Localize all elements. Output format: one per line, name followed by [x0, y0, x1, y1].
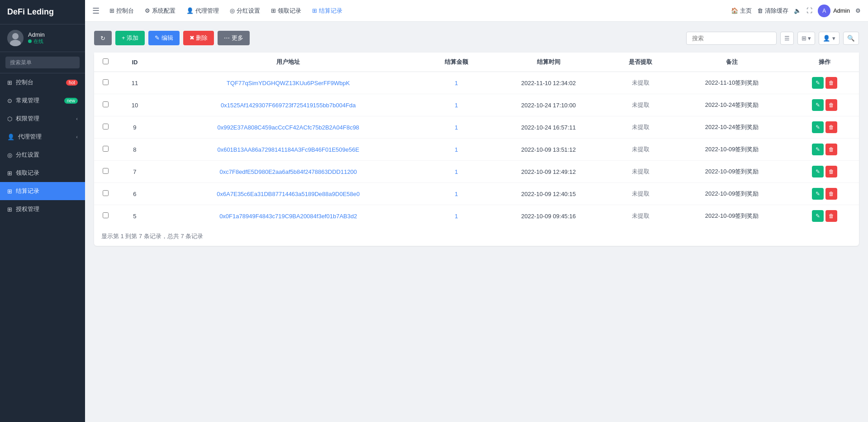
row-actions: ✎ 🗑	[791, 116, 859, 139]
row-status: 未提取	[608, 72, 674, 94]
topbar-nav-claim[interactable]: ⊞ 领取记录	[266, 4, 306, 18]
topbar-action-icon1[interactable]: 🔈	[794, 7, 801, 14]
row-amount: 1	[424, 72, 489, 94]
row-edit-button[interactable]: ✎	[812, 188, 824, 200]
row-checkbox[interactable]	[103, 190, 109, 196]
topbar-home-link[interactable]: 🏠 主页	[731, 7, 752, 15]
general-icon: ⊙	[7, 97, 12, 104]
row-checkbox[interactable]	[103, 79, 109, 85]
chevron-icon: ‹	[76, 134, 78, 139]
row-remark: 2022-10-09签到奖励	[674, 205, 791, 227]
row-amount: 1	[424, 139, 489, 161]
topbar-dashboard-icon: ⊞	[109, 7, 114, 14]
row-status: 未提取	[608, 205, 674, 227]
search-button[interactable]: 🔍	[843, 32, 859, 45]
row-delete-button[interactable]: 🗑	[825, 210, 837, 222]
sidebar-item-permissions[interactable]: ⬡ 权限管理 ‹	[0, 110, 85, 128]
row-time: 2022-10-09 12:40:15	[489, 183, 608, 205]
col-id: ID	[117, 53, 153, 72]
row-remark: 2022-10-09签到奖励	[674, 183, 791, 205]
row-checkbox[interactable]	[103, 146, 109, 152]
refresh-button[interactable]: ↻	[94, 31, 112, 45]
topbar-right: 🏠 主页 🗑 清除缓存 🔈 ⛶ A Admin ⚙	[731, 5, 861, 17]
row-edit-button[interactable]: ✎	[812, 166, 824, 177]
row-delete-button[interactable]: 🗑	[825, 188, 837, 200]
topbar-nav-label: 代理管理	[195, 7, 219, 15]
col-action: 操作	[791, 53, 859, 72]
topbar-fullscreen[interactable]: ⛶	[806, 7, 812, 14]
pagination-info: 显示第 1 到第 7 条记录，总共 7 条记录	[94, 227, 859, 246]
row-status: 未提取	[608, 116, 674, 139]
grid-view-button[interactable]: ⊞ ▾	[797, 32, 816, 45]
sidebar-item-claim[interactable]: ⊞ 领取记录	[0, 164, 85, 182]
row-delete-button[interactable]: 🗑	[825, 144, 837, 155]
row-edit-button[interactable]: ✎	[812, 99, 824, 111]
table-toolbar: ↻ + 添加 ✎ 编辑 ✖ 删除 ⋯ 更多 ☰ ⊞ ▾ 👤 ▾ 🔍	[94, 31, 859, 45]
topbar-clear-cache[interactable]: 🗑 清除缓存	[757, 7, 788, 15]
sidebar-item-auth[interactable]: ⊞ 授权管理	[0, 200, 85, 218]
row-edit-button[interactable]: ✎	[812, 210, 824, 222]
topbar-nav-agent[interactable]: 👤 代理管理	[182, 4, 223, 18]
sidebar-item-label: 结算记录	[16, 187, 39, 195]
col-address: 用户地址	[153, 53, 424, 72]
menu-toggle-icon[interactable]: ☰	[92, 6, 100, 16]
table-search-input[interactable]	[686, 32, 777, 45]
column-settings-button[interactable]: 👤 ▾	[819, 32, 840, 45]
sidebar-item-agent[interactable]: 👤 代理管理 ‹	[0, 128, 85, 146]
row-actions: ✎ 🗑	[791, 139, 859, 161]
data-table-container: ID 用户地址 结算金额 结算时间 是否提取 备注 操作 11 TQF77qSi…	[94, 53, 859, 246]
row-time: 2022-10-24 16:57:11	[489, 116, 608, 139]
row-edit-button[interactable]: ✎	[812, 121, 824, 133]
edit-button[interactable]: ✎ 编辑	[148, 31, 180, 45]
row-delete-button[interactable]: 🗑	[825, 99, 837, 111]
topbar-claim-icon: ⊞	[271, 7, 276, 14]
row-time: 2022-10-24 17:10:00	[489, 94, 608, 116]
row-checkbox[interactable]	[103, 124, 109, 129]
delete-button[interactable]: ✖ 删除	[183, 31, 214, 45]
topbar-settlement-icon: ⊞	[312, 7, 317, 14]
row-amount: 1	[424, 205, 489, 227]
dividend-icon: ◎	[7, 152, 12, 158]
topbar-nav-dashboard[interactable]: ⊞ 控制台	[105, 4, 138, 18]
sidebar-item-dashboard[interactable]: ⊞ 控制台 hot	[0, 73, 85, 91]
row-remark: 2022-10-24签到奖励	[674, 116, 791, 139]
topbar-admin-profile[interactable]: A Admin	[818, 5, 850, 17]
row-edit-button[interactable]: ✎	[812, 77, 824, 89]
action-icon1: 🔈	[794, 7, 801, 14]
topbar-nav-settlement[interactable]: ⊞ 结算记录	[308, 4, 347, 18]
row-edit-button[interactable]: ✎	[812, 144, 824, 155]
list-view-button[interactable]: ☰	[780, 32, 794, 45]
sidebar-item-settlement[interactable]: ⊞ 结算记录	[0, 182, 85, 200]
row-amount: 1	[424, 161, 489, 183]
row-actions: ✎ 🗑	[791, 205, 859, 227]
row-delete-button[interactable]: 🗑	[825, 121, 837, 133]
table-row: 11 TQF77qSimYDGHQWZ13KUu6PSerFF9WbpK 1 2…	[94, 72, 859, 94]
topbar-settings-icon[interactable]: ⚙	[855, 7, 861, 14]
topbar-nav-label: 控制台	[116, 7, 134, 15]
sidebar-item-dividend[interactable]: ◎ 分红设置	[0, 146, 85, 164]
row-amount: 1	[424, 94, 489, 116]
more-button[interactable]: ⋯ 更多	[218, 31, 250, 45]
row-time: 2022-10-09 09:45:16	[489, 205, 608, 227]
row-id: 7	[117, 161, 153, 183]
table-row: 6 0x6A7E35c6Ea31DB87714463a5189De88a9D0E…	[94, 183, 859, 205]
user-status: 在线	[28, 38, 45, 45]
row-checkbox[interactable]	[103, 212, 109, 218]
row-time: 2022-10-09 13:51:12	[489, 139, 608, 161]
row-delete-button[interactable]: 🗑	[825, 77, 837, 89]
topbar-nav-sysconfig[interactable]: ⚙ 系统配置	[140, 4, 180, 18]
table-row: 7 0xc7F8edfE5D980E2aa6af5b84f2478863DDD1…	[94, 161, 859, 183]
table-row: 10 0x1525Af1429307F669723f725419155bb7b0…	[94, 94, 859, 116]
add-button[interactable]: + 添加	[115, 31, 145, 45]
row-checkbox[interactable]	[103, 101, 109, 107]
sidebar-item-label: 权限管理	[16, 115, 39, 123]
select-all-checkbox[interactable]	[103, 58, 109, 64]
row-checkbox[interactable]	[103, 168, 109, 174]
row-address: 0x601B13AA86a7298141184A3Fc9B46F01E509e5…	[153, 139, 424, 161]
row-delete-button[interactable]: 🗑	[825, 166, 837, 177]
sidebar-item-general[interactable]: ⊙ 常规管理 new	[0, 91, 85, 110]
topbar-nav-dividend[interactable]: ◎ 分红设置	[225, 4, 265, 18]
row-actions: ✎ 🗑	[791, 161, 859, 183]
row-id: 10	[117, 94, 153, 116]
sidebar-search-input[interactable]	[5, 57, 80, 68]
